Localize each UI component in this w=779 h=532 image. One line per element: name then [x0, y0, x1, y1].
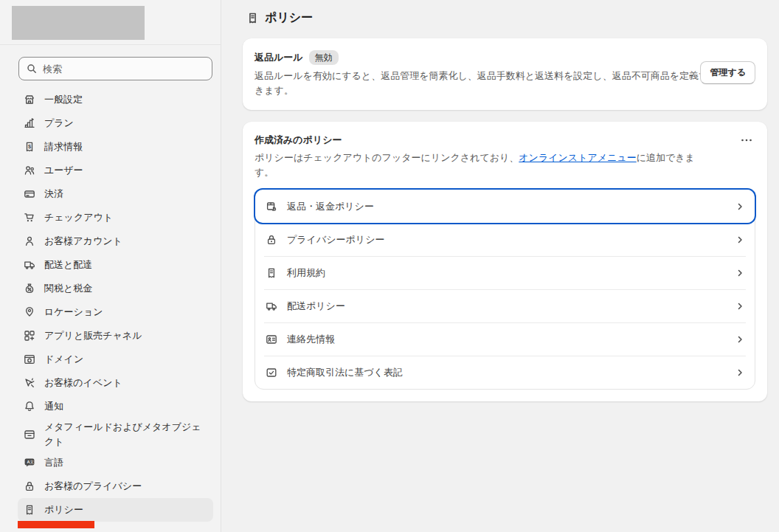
sidebar-header — [0, 0, 221, 45]
privacy-policy-lock-icon — [266, 234, 277, 246]
sidebar-item-label: アプリと販売チャネル — [44, 328, 142, 343]
settings-nav: 一般設定 プラン $ 請求情報 ユーザー 決済 チェックアウト お客様アカウント — [0, 88, 221, 522]
policy-list: 返品・返金ポリシー プライバシーポリシー 利用規約 配送ポリシー 連絡先情報 — [255, 189, 755, 390]
sidebar-item-customer-events[interactable]: お客様のイベント — [18, 371, 213, 395]
chevron-right-icon — [735, 235, 744, 244]
sidebar-item-payments[interactable]: 決済 — [18, 182, 213, 206]
manage-button[interactable]: 管理する — [700, 61, 755, 84]
sidebar-item-billing[interactable]: $ 請求情報 — [18, 135, 213, 159]
ellipsis-icon — [741, 138, 752, 142]
policies-settings-page: ポリシー 返品ルール 無効 返品ルールを有効にすると、返品管理を簡素化し、返品手… — [222, 0, 779, 532]
policy-row-refund[interactable]: 返品・返金ポリシー — [255, 190, 755, 223]
sidebar-item-notifications[interactable]: 通知 — [18, 395, 213, 418]
sidebar-item-label: チェックアウト — [44, 210, 113, 225]
sidebar-item-customer-privacy[interactable]: お客様のプライバシー — [18, 474, 213, 498]
sidebar-item-label: お客様のプライバシー — [44, 479, 142, 494]
legal-notice-check-icon — [266, 367, 277, 379]
policy-row-legal-notice[interactable]: 特定商取引法に基づく表記 — [255, 356, 755, 389]
apps-grid-icon — [24, 330, 35, 342]
search-field[interactable] — [43, 63, 204, 75]
search-icon — [27, 63, 37, 74]
policy-row-contact-info[interactable]: 連絡先情報 — [255, 322, 755, 356]
settings-sidebar: 一般設定 プラン $ 請求情報 ユーザー 決済 チェックアウト お客様アカウント — [0, 0, 221, 532]
sidebar-item-label: ユーザー — [44, 163, 83, 178]
policy-row-label: 特定商取引法に基づく表記 — [287, 366, 403, 379]
chevron-right-icon — [735, 368, 744, 377]
sidebar-item-label: ドメイン — [44, 352, 83, 367]
sidebar-item-policies[interactable]: ポリシー — [18, 498, 213, 522]
sidebar-item-label: お客様アカウント — [44, 234, 122, 249]
taxes-moneybag-icon — [24, 283, 35, 294]
location-pin-icon — [24, 306, 35, 318]
search-input[interactable] — [18, 57, 212, 80]
payments-icon — [24, 188, 35, 200]
users-icon — [24, 165, 35, 176]
more-actions-button[interactable] — [738, 135, 755, 145]
policy-row-privacy[interactable]: プライバシーポリシー — [255, 223, 755, 256]
store-name-placeholder — [12, 6, 145, 40]
sidebar-item-label: お客様のイベント — [44, 376, 122, 390]
sidebar-item-duties-and-taxes[interactable]: 関税と税金 — [18, 277, 213, 300]
sidebar-item-users[interactable]: ユーザー — [18, 159, 213, 182]
sidebar-item-metafields-and-metaobjects[interactable]: メタフィールドおよびメタオブジェクト — [18, 418, 213, 451]
sidebar-item-locations[interactable]: ロケーション — [18, 300, 213, 324]
customer-events-cursor-icon — [24, 377, 35, 389]
terms-receipt-icon — [266, 267, 277, 279]
chevron-right-icon — [735, 202, 744, 211]
online-store-menu-link[interactable]: オンラインストアメニュー — [519, 152, 636, 163]
page-title-text: ポリシー — [265, 10, 313, 26]
return-rules-description: 返品ルールを有効にすると、返品管理を簡素化し、返品手数料と返送料を設定し、返品不… — [255, 69, 712, 98]
billing-icon: $ — [24, 141, 35, 153]
policy-row-label: 配送ポリシー — [287, 300, 345, 313]
sidebar-item-label: 言語 — [44, 455, 63, 470]
created-policies-heading: 作成済みのポリシー — [255, 134, 712, 147]
return-policy-icon — [266, 201, 277, 213]
status-badge: 無効 — [309, 50, 339, 65]
checkout-cart-icon — [24, 212, 35, 224]
sidebar-item-languages[interactable]: A文 言語 — [18, 451, 213, 474]
policies-receipt-icon — [246, 12, 259, 24]
sidebar-item-label: ポリシー — [44, 502, 83, 517]
return-rules-card: 返品ルール 無効 返品ルールを有効にすると、返品管理を簡素化し、返品手数料と返送… — [243, 38, 767, 110]
policy-row-label: プライバシーポリシー — [287, 233, 384, 246]
sidebar-item-general-settings[interactable]: 一般設定 — [18, 88, 213, 111]
chevron-right-icon — [735, 335, 744, 344]
created-policies-description: ポリシーはチェックアウトのフッターにリンクされており、オンラインストアメニューに… — [255, 151, 712, 180]
page-title: ポリシー — [243, 9, 767, 27]
privacy-lock-icon — [24, 480, 35, 492]
policies-receipt-icon — [24, 504, 35, 516]
chevron-right-icon — [735, 269, 744, 277]
sidebar-item-apps-and-sales-channels[interactable]: アプリと販売チャネル — [18, 324, 213, 348]
domain-icon — [24, 353, 35, 365]
sidebar-item-checkout[interactable]: チェックアウト — [18, 206, 213, 229]
metafields-icon — [24, 429, 35, 441]
policy-row-terms[interactable]: 利用規約 — [255, 256, 755, 289]
shipping-truck-icon — [24, 259, 35, 271]
sidebar-item-plan[interactable]: プラン — [18, 111, 213, 135]
created-policies-card: 作成済みのポリシー ポリシーはチェックアウトのフッターにリンクされており、オンラ… — [243, 122, 767, 401]
policy-row-label: 返品・返金ポリシー — [287, 200, 374, 213]
customer-account-icon — [24, 235, 35, 247]
policy-row-label: 連絡先情報 — [287, 333, 335, 346]
sidebar-item-label: 関税と税金 — [44, 281, 92, 296]
sidebar-item-label: 配送と配達 — [44, 258, 92, 272]
sidebar-item-label: ロケーション — [44, 305, 103, 319]
sidebar-item-label: 一般設定 — [44, 92, 83, 107]
sidebar-item-label: 通知 — [44, 399, 63, 414]
notifications-bell-icon — [24, 401, 35, 412]
policy-row-shipping[interactable]: 配送ポリシー — [255, 289, 755, 322]
sidebar-item-label: メタフィールドおよびメタオブジェクト — [44, 420, 207, 449]
svg-text:文: 文 — [30, 460, 34, 464]
svg-text:$: $ — [28, 143, 32, 150]
shipping-policy-truck-icon — [266, 300, 277, 312]
store-icon — [24, 94, 35, 106]
sidebar-item-shipping-and-delivery[interactable]: 配送と配達 — [18, 253, 213, 277]
sidebar-item-customer-accounts[interactable]: お客様アカウント — [18, 229, 213, 253]
return-rules-heading: 返品ルール — [255, 51, 303, 64]
chevron-right-icon — [735, 302, 744, 311]
languages-icon: A文 — [24, 457, 35, 469]
sidebar-item-domains[interactable]: ドメイン — [18, 348, 213, 371]
contact-info-card-icon — [266, 334, 277, 345]
annotation-highlight-bar — [18, 521, 94, 528]
policy-row-label: 利用規約 — [287, 266, 325, 280]
